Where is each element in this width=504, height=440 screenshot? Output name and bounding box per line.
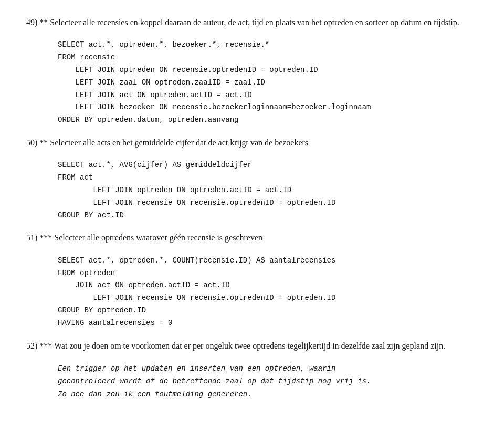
answer-52: Een trigger op het updaten en inserten v… (58, 362, 478, 401)
section-51: 51) *** Selecteer alle optredens waarove… (26, 231, 478, 329)
section-50: 50) ** Selecteer alle acts en het gemidd… (26, 136, 478, 222)
heading-52: 52) *** Wat zou je doen om te voorkomen … (26, 339, 478, 353)
code-50: SELECT act.*, AVG(cijfer) AS gemiddeldci… (58, 159, 478, 222)
heading-51: 51) *** Selecteer alle optredens waarove… (26, 231, 478, 245)
code-51: SELECT act.*, optreden.*, COUNT(recensie… (58, 255, 478, 330)
page-content: 49) ** Selecteer alle recensies en koppe… (26, 16, 478, 401)
heading-50: 50) ** Selecteer alle acts en het gemidd… (26, 136, 478, 150)
code-49: SELECT act.*, optreden.*, bezoeker.*, re… (58, 39, 478, 127)
section-52: 52) *** Wat zou je doen om te voorkomen … (26, 339, 478, 401)
heading-49: 49) ** Selecteer alle recensies en koppe… (26, 16, 478, 29)
section-49: 49) ** Selecteer alle recensies en koppe… (26, 16, 478, 127)
